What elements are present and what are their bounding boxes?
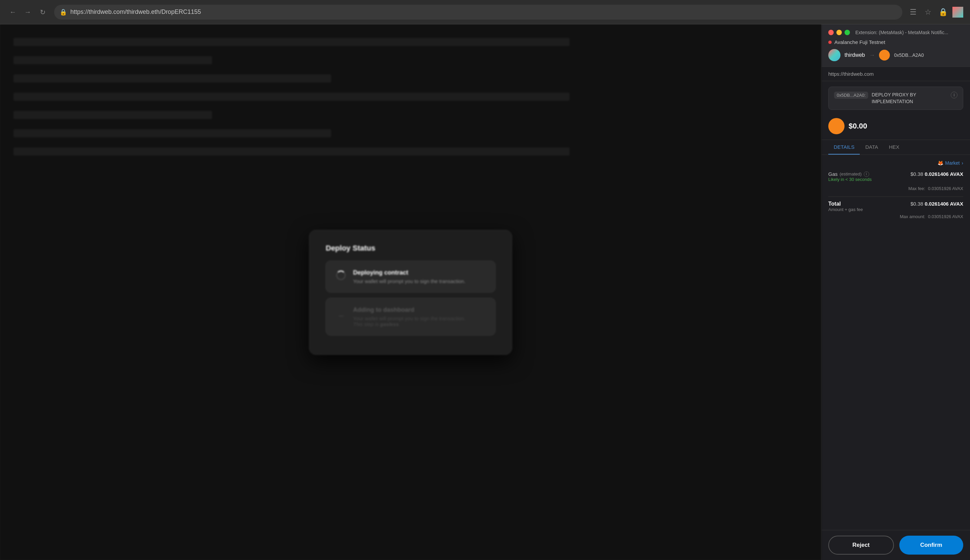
tab-details[interactable]: DETAILS — [828, 140, 860, 155]
step-adding-content: Adding to dashboard Your wallet will pro… — [353, 307, 465, 327]
bg-placeholder-7 — [13, 147, 570, 155]
max-amount-row: Max amount: 0.03051926 AVAX — [828, 214, 963, 219]
url-text: https://thirdweb.com/thirdweb.eth/DropER… — [70, 8, 201, 15]
gas-estimated-label: (estimated) — [840, 172, 862, 177]
gas-label: Gas (estimated) i — [828, 171, 872, 177]
forward-button[interactable]: → — [22, 6, 34, 18]
activity-icon: ⎯ — [335, 307, 346, 318]
step-adding-desc-text: Your wallet will prompt you to sign the … — [353, 315, 465, 321]
metamask-details: 🦊 Market › Gas (estimated) i Likely in <… — [822, 155, 970, 530]
site-logo — [828, 49, 840, 61]
star-icon[interactable]: ☆ — [923, 7, 933, 18]
window-minimize-button[interactable] — [837, 30, 842, 35]
market-row: 🦊 Market › — [828, 160, 963, 166]
reload-button[interactable]: ↻ — [37, 6, 49, 18]
gas-label-group: Gas (estimated) i Likely in < 30 seconds — [828, 171, 872, 183]
window-controls: Extension: (MetaMask) - MetaMask Notific… — [828, 30, 963, 35]
deploy-modal: Deploy Status Deploying contract Your wa… — [309, 230, 512, 355]
wallet-avatar — [879, 50, 890, 60]
divider — [828, 197, 963, 197]
gas-row: Gas (estimated) i Likely in < 30 seconds… — [828, 171, 963, 183]
market-link[interactable]: Market — [945, 160, 960, 166]
amount-section: $0.00 — [822, 115, 970, 140]
window-title: Extension: (MetaMask) - MetaMask Notific… — [855, 30, 948, 35]
confirm-button[interactable]: Confirm — [899, 536, 963, 555]
metamask-header: Extension: (MetaMask) - MetaMask Notific… — [822, 24, 970, 67]
amount-display: $0.00 — [848, 122, 867, 130]
bg-placeholder-1 — [13, 38, 570, 46]
nav-buttons: ← → ↻ — [7, 6, 49, 18]
arrow-icon: → — [869, 52, 875, 59]
max-amount-value: 0.03051926 AVAX — [928, 214, 963, 219]
browser-actions: ☰ ☆ 🔒 — [908, 7, 963, 18]
window-maximize-button[interactable] — [845, 30, 850, 35]
total-values: $0.38 0.0261406 AVAX — [910, 201, 963, 207]
gas-usd: $0.38 — [910, 171, 923, 177]
accounts-row: thirdweb → 0x5DB...A2A0 — [828, 49, 963, 61]
bg-placeholder-5 — [13, 111, 212, 119]
tab-hex[interactable]: HEX — [883, 140, 905, 155]
site-url: https://thirdweb.com — [822, 67, 970, 81]
gasless-note: This step is gasless. — [353, 321, 400, 327]
window-close-button[interactable] — [828, 30, 834, 35]
browser-chrome: ← → ↻ 🔒 https://thirdweb.com/thirdweb.et… — [0, 0, 970, 24]
total-usd: $0.38 — [910, 201, 923, 207]
tab-data[interactable]: DATA — [860, 140, 883, 155]
address-bar[interactable]: 🔒 https://thirdweb.com/thirdweb.eth/Drop… — [54, 5, 902, 20]
max-fee-row: Max fee: 0.03051926 AVAX — [828, 186, 963, 191]
step-deploying-desc: Your wallet will prompt you to sign the … — [353, 278, 465, 284]
total-avax: 0.0261406 AVAX — [925, 201, 963, 207]
main-area: Deploy Status Deploying contract Your wa… — [0, 24, 970, 560]
reject-button[interactable]: Reject — [828, 536, 894, 555]
bg-placeholder-3 — [13, 74, 331, 83]
metamask-panel: Extension: (MetaMask) - MetaMask Notific… — [821, 24, 970, 560]
market-arrow: › — [962, 160, 963, 166]
wallet-address: 0x5DB...A2A0 — [894, 52, 924, 58]
network-indicator — [828, 41, 832, 44]
max-amount-label: Max amount: — [900, 214, 925, 219]
total-sub-label: Amount + gas fee — [828, 207, 863, 212]
profile-avatar[interactable] — [952, 7, 963, 18]
extensions-icon[interactable]: 🔒 — [938, 7, 948, 18]
max-fee-label: Max fee: — [908, 186, 925, 191]
back-button[interactable]: ← — [7, 6, 19, 18]
action-box: 0x5DB...A2A0: DEPLOY PROXY BY IMPLEMENTA… — [828, 87, 963, 110]
action-info-icon[interactable]: i — [951, 92, 957, 98]
fox-icon: 🦊 — [938, 160, 943, 166]
network-name: Avalanche Fuji Testnet — [834, 39, 885, 45]
site-name: thirdweb — [845, 52, 865, 58]
thirdweb-background: Deploy Status Deploying contract Your wa… — [0, 24, 821, 560]
gas-info-icon[interactable]: i — [864, 172, 869, 177]
spinner-icon — [335, 270, 346, 281]
step-deploying-title: Deploying contract — [353, 269, 465, 276]
bg-placeholder-6 — [13, 129, 331, 137]
step-adding-title: Adding to dashboard — [353, 307, 465, 313]
action-address-tag: 0x5DB...A2A0: — [834, 92, 868, 99]
token-icon — [828, 118, 845, 134]
network-row: Avalanche Fuji Testnet — [828, 39, 963, 45]
gas-values: $0.38 0.0261406 AVAX — [910, 171, 963, 177]
amount-value: $0.00 — [848, 122, 867, 130]
action-label: DEPLOY PROXY BY IMPLEMENTATION — [872, 92, 947, 105]
step-adding-desc: Your wallet will prompt you to sign the … — [353, 315, 465, 327]
step-deploying-content: Deploying contract Your wallet will prom… — [353, 269, 465, 284]
metamask-tabs: DETAILS DATA HEX — [822, 140, 970, 155]
metamask-actions: Reject Confirm — [822, 530, 970, 560]
bg-placeholder-4 — [13, 93, 570, 101]
step-adding: ⎯ Adding to dashboard Your wallet will p… — [326, 298, 495, 335]
bg-placeholder-2 — [13, 56, 212, 64]
likely-text: Likely in < 30 seconds — [828, 177, 872, 182]
total-row: Total Amount + gas fee $0.38 0.0261406 A… — [828, 201, 963, 212]
security-icon: 🔒 — [60, 8, 67, 16]
bookmarks-icon[interactable]: ☰ — [908, 7, 918, 18]
total-label-group: Total Amount + gas fee — [828, 201, 863, 212]
step-deploying: Deploying contract Your wallet will prom… — [326, 261, 495, 293]
total-label: Total — [828, 201, 863, 207]
gas-avax: 0.0261406 AVAX — [925, 171, 963, 177]
modal-title: Deploy Status — [326, 244, 495, 253]
max-fee-value: 0.03051926 AVAX — [928, 186, 963, 191]
